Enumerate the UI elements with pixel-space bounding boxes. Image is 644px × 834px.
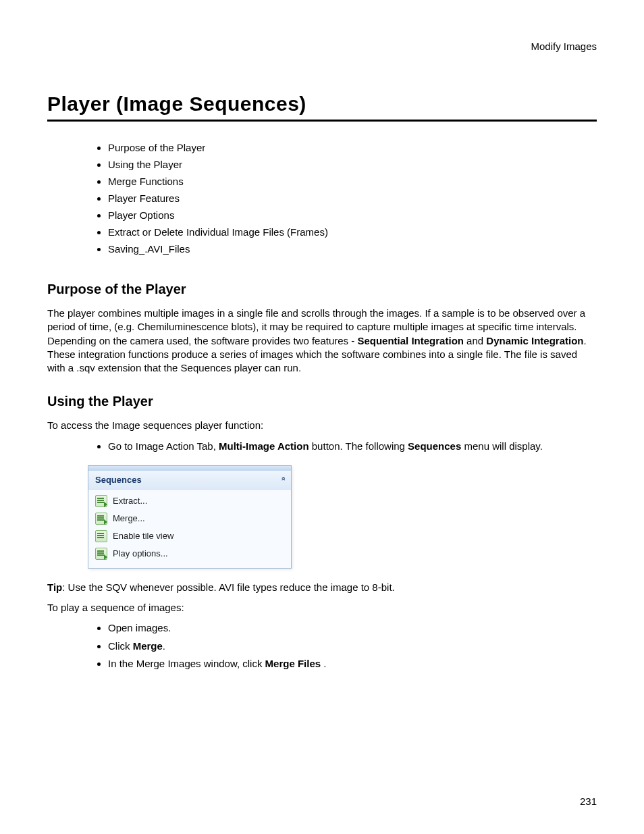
sequence-merge-icon: [95, 513, 107, 525]
text-bold: Merge: [133, 640, 163, 652]
heading-purpose: Purpose of the Player: [47, 282, 597, 297]
menu-item-merge[interactable]: Merge...: [92, 510, 287, 527]
step-item: Click Merge.: [108, 640, 597, 653]
sequence-extract-icon: [95, 495, 107, 507]
play-steps: Open images. Click Merge. In the Merge I…: [47, 621, 597, 671]
text-bold: Sequential Integration: [357, 335, 464, 346]
header-section: Modify Images: [47, 41, 597, 52]
page-number: 231: [580, 796, 597, 807]
title-rule: [47, 120, 597, 122]
text-bold: Sequences: [408, 440, 461, 452]
text: Go to Image Action Tab,: [108, 440, 219, 452]
text: In the Merge Images window, click: [108, 658, 265, 669]
text: and: [464, 335, 486, 346]
toc-item: Merge Functions: [108, 176, 597, 187]
step-item: Go to Image Action Tab, Multi-Image Acti…: [108, 440, 597, 453]
menu-item-label: Extract...: [113, 496, 147, 506]
text-bold: Merge Files: [265, 658, 321, 669]
text: Click: [108, 640, 133, 652]
menu-item-play-options[interactable]: Play options...: [92, 545, 287, 563]
panel-body: Extract... Merge... Enable tile view Pla…: [88, 490, 291, 568]
toc-item: Player Features: [108, 192, 597, 204]
toc-item: Saving_.AVI_Files: [108, 243, 597, 255]
menu-item-label: Merge...: [113, 513, 145, 523]
text-bold: Dynamic Integration: [486, 335, 583, 346]
toc-list: Purpose of the Player Using the Player M…: [47, 142, 597, 255]
tip-paragraph: Tip: Use the SQV whenever possible. AVI …: [47, 581, 597, 594]
toc-item: Extract or Delete Individual Image Files…: [108, 226, 597, 238]
sequences-panel-wrap: Sequences » Extract... Merge... Enable t…: [88, 465, 597, 569]
panel-header[interactable]: Sequences »: [88, 471, 291, 490]
using-lead: To access the Image sequences player fun…: [47, 419, 597, 432]
toc-item: Purpose of the Player: [108, 142, 597, 153]
sequence-tile-icon: [95, 530, 107, 542]
step-item: Open images.: [108, 621, 597, 635]
tip-label: Tip: [47, 581, 62, 593]
collapse-icon[interactable]: »: [279, 478, 287, 481]
text-bold: Multi-Image Action: [219, 440, 309, 452]
text: button. The following: [309, 440, 408, 452]
sequence-play-icon: [95, 548, 107, 560]
menu-item-tile-view[interactable]: Enable tile view: [92, 527, 287, 545]
menu-item-label: Enable tile view: [113, 531, 173, 541]
purpose-paragraph: The player combines multiple images in a…: [47, 307, 597, 375]
panel-headbar: [88, 466, 291, 471]
toc-item: Using the Player: [108, 159, 597, 170]
text: menu will display.: [461, 440, 543, 452]
step-item: In the Merge Images window, click Merge …: [108, 657, 597, 671]
panel-title: Sequences: [95, 475, 142, 485]
tip-text: : Use the SQV whenever possible. AVI fil…: [62, 581, 394, 593]
menu-item-label: Play options...: [113, 548, 168, 558]
using-steps: Go to Image Action Tab, Multi-Image Acti…: [47, 440, 597, 453]
play-lead: To play a sequence of images:: [47, 601, 597, 615]
text: .: [321, 658, 326, 669]
page-title: Player (Image Sequences): [47, 93, 597, 115]
heading-using: Using the Player: [47, 394, 597, 409]
text: .: [163, 640, 165, 652]
page: Modify Images Player (Image Sequences) P…: [0, 0, 644, 834]
sequences-panel: Sequences » Extract... Merge... Enable t…: [88, 465, 292, 569]
menu-item-extract[interactable]: Extract...: [92, 492, 287, 510]
toc-item: Player Options: [108, 209, 597, 221]
